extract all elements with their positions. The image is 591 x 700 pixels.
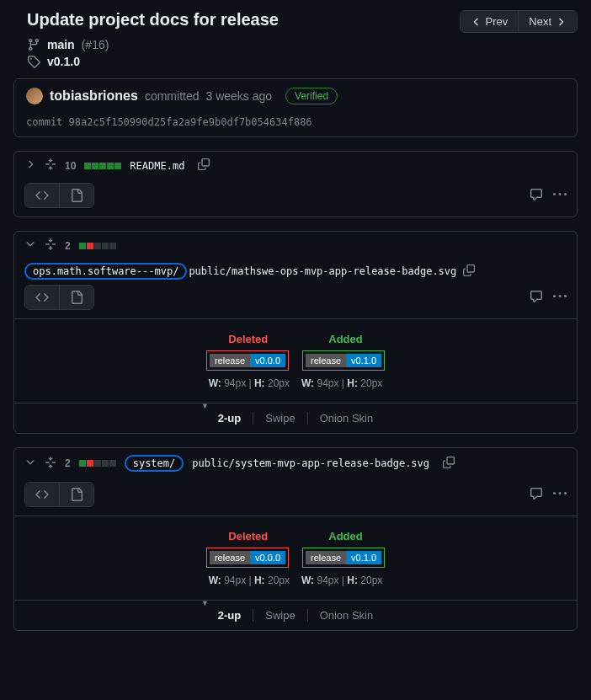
kebab-icon[interactable] bbox=[553, 487, 567, 503]
view-toggle bbox=[24, 183, 94, 208]
file-icon bbox=[70, 189, 83, 202]
prev-button[interactable]: Prev bbox=[461, 11, 519, 32]
file-path-highlighted[interactable]: ops.math.software---mvp/ bbox=[24, 263, 187, 280]
file-path[interactable]: README.md bbox=[130, 160, 184, 172]
comment-icon[interactable] bbox=[530, 290, 543, 306]
change-count: 2 bbox=[65, 240, 71, 252]
file-icon bbox=[70, 291, 83, 304]
prev-label: Prev bbox=[486, 15, 508, 28]
deleted-image[interactable]: releasev0.0.0 bbox=[206, 548, 289, 568]
rendered-view-button[interactable] bbox=[60, 184, 93, 207]
commit-nav: Prev Next bbox=[460, 10, 578, 33]
diff-stat bbox=[79, 243, 116, 249]
expand-icon[interactable] bbox=[45, 158, 56, 173]
view-toggle bbox=[24, 482, 94, 507]
next-label: Next bbox=[529, 15, 551, 28]
chevron-right-icon[interactable] bbox=[24, 158, 36, 173]
image-view-modes: ▼ 2-up Swipe Onion Skin bbox=[14, 403, 577, 433]
chevron-right-icon bbox=[555, 16, 567, 28]
change-count: 2 bbox=[65, 457, 71, 469]
file-path-highlighted[interactable]: system/ bbox=[125, 455, 184, 472]
diff-stat bbox=[79, 460, 116, 467]
avatar[interactable] bbox=[26, 88, 43, 104]
rendered-view-button[interactable] bbox=[60, 483, 93, 506]
code-icon bbox=[35, 291, 49, 304]
added-image[interactable]: releasev0.1.0 bbox=[302, 548, 385, 568]
commit-time: 3 weeks ago bbox=[205, 89, 272, 103]
verified-badge[interactable]: Verified bbox=[285, 88, 338, 104]
tag-name[interactable]: v0.1.0 bbox=[47, 55, 80, 68]
file-path[interactable]: public/mathswe-ops-mvp-app-release-badge… bbox=[189, 265, 456, 277]
file-icon bbox=[70, 488, 83, 501]
dimensions: W: 94px | H: 20px W: 94px | H: 20px bbox=[24, 377, 567, 389]
file-block: 2 system/public/system-mvp-app-release-b… bbox=[13, 447, 578, 631]
comment-icon[interactable] bbox=[530, 188, 543, 204]
mode-2up[interactable]: 2-up bbox=[206, 412, 253, 425]
branch-row: main (#16) bbox=[13, 36, 578, 53]
image-diff: Deleted Added releasev0.0.0 releasev0.1.… bbox=[14, 516, 577, 600]
file-block: 2 ops.math.software---mvp/public/mathswe… bbox=[13, 231, 578, 434]
commit-sha: commit 98a2c5f150990d25fa2a9fe9b0df7b054… bbox=[26, 116, 565, 128]
source-view-button[interactable] bbox=[25, 184, 60, 207]
rendered-view-button[interactable] bbox=[60, 286, 93, 309]
mode-2up[interactable]: 2-up bbox=[206, 609, 253, 622]
change-count: 10 bbox=[65, 160, 76, 172]
marker-icon: ▼ bbox=[201, 402, 209, 410]
pr-reference[interactable]: (#16) bbox=[82, 38, 109, 51]
git-branch-icon bbox=[27, 38, 40, 51]
mode-onion[interactable]: Onion Skin bbox=[308, 609, 386, 622]
code-icon bbox=[35, 189, 49, 202]
kebab-icon[interactable] bbox=[553, 188, 567, 204]
copy-icon[interactable] bbox=[463, 265, 475, 279]
dimensions: W: 94px | H: 20px W: 94px | H: 20px bbox=[24, 574, 567, 586]
file-block: 10 README.md bbox=[13, 151, 578, 217]
kebab-icon[interactable] bbox=[553, 290, 567, 306]
author-link[interactable]: tobiasbriones bbox=[50, 88, 138, 104]
expand-icon[interactable] bbox=[45, 238, 56, 253]
added-image[interactable]: releasev0.1.0 bbox=[302, 350, 385, 371]
source-view-button[interactable] bbox=[25, 483, 60, 506]
chevron-down-icon[interactable] bbox=[24, 238, 36, 253]
committed-text: committed bbox=[145, 89, 200, 103]
mode-swipe[interactable]: Swipe bbox=[253, 609, 307, 622]
image-diff: Deleted Added releasev0.0.0 releasev0.1.… bbox=[14, 318, 577, 403]
mode-swipe[interactable]: Swipe bbox=[253, 412, 307, 425]
deleted-image[interactable]: releasev0.0.0 bbox=[206, 350, 289, 371]
tag-row: v0.1.0 bbox=[13, 53, 578, 70]
chevron-down-icon[interactable] bbox=[24, 457, 36, 471]
code-icon bbox=[35, 488, 49, 501]
expand-icon[interactable] bbox=[45, 457, 56, 471]
image-view-modes: ▼ 2-up Swipe Onion Skin bbox=[14, 600, 577, 630]
deleted-label: Deleted bbox=[228, 530, 268, 542]
diff-stat bbox=[84, 163, 121, 169]
copy-icon[interactable] bbox=[198, 158, 210, 173]
comment-icon[interactable] bbox=[530, 487, 543, 503]
mode-onion[interactable]: Onion Skin bbox=[308, 412, 386, 425]
view-toggle bbox=[24, 285, 94, 310]
next-button[interactable]: Next bbox=[519, 11, 577, 32]
deleted-label: Deleted bbox=[228, 333, 268, 345]
commit-title: Update project docs for release bbox=[13, 10, 279, 29]
marker-icon: ▼ bbox=[201, 599, 209, 607]
file-path[interactable]: public/system-mvp-app-release-badge.svg bbox=[192, 457, 429, 469]
branch-name[interactable]: main bbox=[47, 38, 75, 51]
added-label: Added bbox=[328, 333, 362, 345]
added-label: Added bbox=[328, 530, 362, 542]
copy-icon[interactable] bbox=[443, 457, 455, 471]
chevron-left-icon bbox=[471, 16, 482, 28]
source-view-button[interactable] bbox=[25, 286, 60, 309]
commit-info: tobiasbriones committed 3 weeks ago Veri… bbox=[13, 78, 578, 137]
tag-icon bbox=[27, 55, 40, 68]
